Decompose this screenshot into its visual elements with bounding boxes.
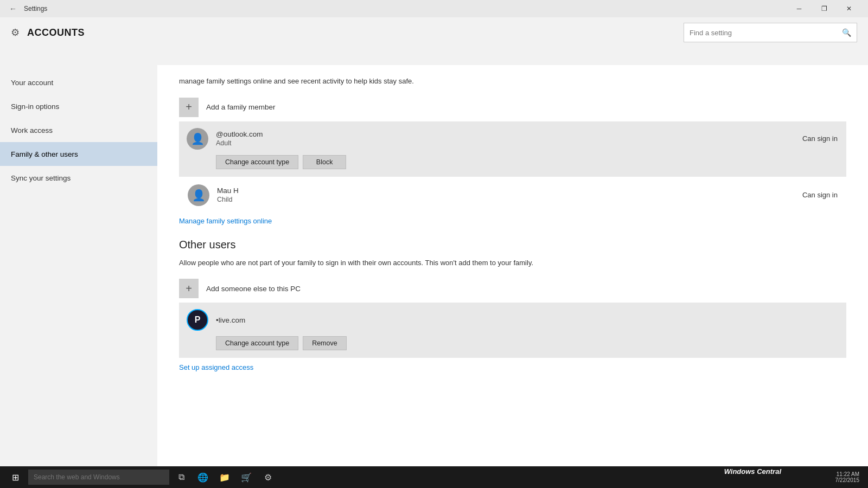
edge-icon[interactable]: 🌐 bbox=[193, 466, 213, 488]
other-users-title: Other users bbox=[179, 239, 846, 251]
family-member-1-header: 👤 @outlook.com Adult Can sign in bbox=[187, 128, 838, 150]
store-icon[interactable]: 🛒 bbox=[237, 466, 256, 488]
explorer-icon[interactable]: 📁 bbox=[215, 466, 234, 488]
app-container: ⚙ ACCOUNTS 🔍 Your account Sign-in option… bbox=[0, 17, 868, 466]
minimize-button[interactable]: ─ bbox=[787, 0, 812, 17]
family-member-2-row[interactable]: 👤 Mau H Child Can sign in bbox=[179, 179, 846, 211]
family-member-2-info: Mau H Child bbox=[217, 187, 795, 203]
search-input[interactable] bbox=[690, 29, 838, 37]
family-member-1-actions: Change account type Block bbox=[187, 155, 838, 169]
search-box[interactable]: 🔍 bbox=[684, 23, 857, 42]
family-member-2-name: Mau H bbox=[217, 187, 795, 195]
family-member-1-status: Can sign in bbox=[802, 134, 838, 143]
other-user-1-email: •live.com bbox=[216, 316, 838, 324]
sidebar-item-sync-settings[interactable]: Sync your settings bbox=[0, 166, 157, 190]
watermark: Windows Central bbox=[724, 467, 781, 476]
manage-family-link[interactable]: Manage family settings online bbox=[179, 217, 272, 225]
app-header: ⚙ ACCOUNTS 🔍 bbox=[0, 17, 868, 48]
window-controls: ─ ❐ ✕ bbox=[787, 0, 861, 17]
family-member-2-status: Can sign in bbox=[802, 191, 838, 199]
other-user-1-info: •live.com bbox=[216, 316, 838, 324]
taskbar-search[interactable] bbox=[28, 470, 169, 485]
restore-button[interactable]: ❐ bbox=[812, 0, 837, 17]
taskbar: ⊞ ⧉ 🌐 📁 🛒 ⚙ Windows Central 11:22 AM 7/2… bbox=[0, 466, 868, 488]
sidebar-item-your-account[interactable]: Your account bbox=[0, 70, 157, 94]
add-other-icon[interactable]: + bbox=[179, 279, 199, 298]
add-family-label: Add a family member bbox=[206, 103, 276, 111]
other-user-1-avatar-letter: P bbox=[195, 315, 201, 325]
taskbar-right: 11:22 AM 7/22/2015 bbox=[835, 471, 864, 483]
set-up-access-link[interactable]: Set up assigned access bbox=[179, 363, 253, 371]
family-member-1-email: @outlook.com bbox=[216, 130, 795, 138]
family-member-1-card: 👤 @outlook.com Adult Can sign in Change … bbox=[179, 121, 846, 177]
block-button-1[interactable]: Block bbox=[303, 155, 346, 169]
add-other-user-row[interactable]: + Add someone else to this PC bbox=[179, 279, 846, 298]
family-description: manage family settings online and see re… bbox=[179, 76, 846, 87]
family-member-1-avatar: 👤 bbox=[187, 128, 208, 150]
family-member-1-info: @outlook.com Adult bbox=[216, 130, 795, 147]
remove-button-1[interactable]: Remove bbox=[303, 336, 347, 350]
settings-icon[interactable]: ⚙ bbox=[258, 466, 278, 488]
search-icon: 🔍 bbox=[842, 28, 851, 37]
titlebar: ← Settings ─ ❐ ✕ bbox=[0, 0, 868, 17]
family-member-2-role: Child bbox=[217, 196, 795, 203]
other-users-description: Allow people who are not part of your fa… bbox=[179, 258, 846, 268]
add-family-icon[interactable]: + bbox=[179, 98, 199, 117]
family-member-2-avatar: 👤 bbox=[188, 184, 209, 206]
task-view-icon[interactable]: ⧉ bbox=[171, 466, 191, 488]
accounts-icon: ⚙ bbox=[11, 27, 20, 38]
main-content: manage family settings online and see re… bbox=[157, 65, 868, 466]
other-user-1-header: P •live.com bbox=[187, 309, 838, 331]
content-area: Your account Sign-in options Work access… bbox=[0, 65, 868, 466]
back-button[interactable]: ← bbox=[7, 2, 20, 15]
app-title: ACCOUNTS bbox=[27, 27, 85, 38]
start-button[interactable]: ⊞ bbox=[4, 466, 26, 488]
other-user-1-card: P •live.com Change account type Remove bbox=[179, 303, 846, 358]
other-user-1-avatar: P bbox=[187, 309, 208, 331]
close-button[interactable]: ✕ bbox=[837, 0, 861, 17]
titlebar-title: Settings bbox=[24, 5, 47, 12]
family-member-1-role: Adult bbox=[216, 139, 795, 147]
add-other-label: Add someone else to this PC bbox=[206, 285, 301, 293]
change-account-type-button-1[interactable]: Change account type bbox=[216, 155, 298, 169]
sidebar: Your account Sign-in options Work access… bbox=[0, 65, 157, 466]
sidebar-item-sign-in-options[interactable]: Sign-in options bbox=[0, 94, 157, 118]
other-user-1-actions: Change account type Remove bbox=[187, 336, 838, 350]
sidebar-item-family-other-users[interactable]: Family & other users bbox=[0, 142, 157, 166]
change-account-type-button-2[interactable]: Change account type bbox=[216, 336, 298, 350]
taskbar-datetime: 11:22 AM 7/22/2015 bbox=[835, 471, 860, 483]
sidebar-item-work-access[interactable]: Work access bbox=[0, 118, 157, 142]
add-family-member-row[interactable]: + Add a family member bbox=[179, 98, 846, 117]
